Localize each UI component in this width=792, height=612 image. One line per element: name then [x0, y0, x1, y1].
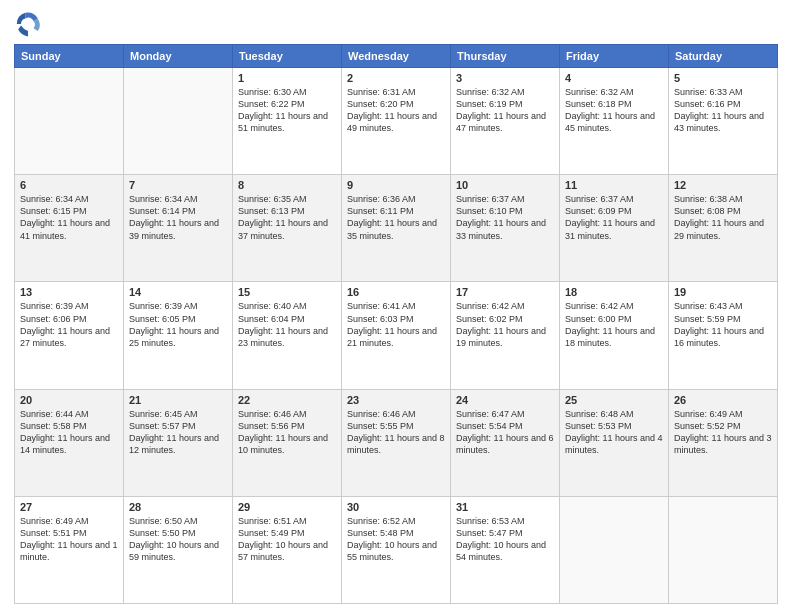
week-row-4: 20Sunrise: 6:44 AM Sunset: 5:58 PM Dayli… [15, 389, 778, 496]
day-info: Sunrise: 6:45 AM Sunset: 5:57 PM Dayligh… [129, 408, 227, 457]
weekday-header-monday: Monday [124, 45, 233, 68]
day-info: Sunrise: 6:40 AM Sunset: 6:04 PM Dayligh… [238, 300, 336, 349]
day-number: 9 [347, 179, 445, 191]
day-info: Sunrise: 6:51 AM Sunset: 5:49 PM Dayligh… [238, 515, 336, 564]
weekday-header-row: SundayMondayTuesdayWednesdayThursdayFrid… [15, 45, 778, 68]
day-number: 19 [674, 286, 772, 298]
calendar-cell: 14Sunrise: 6:39 AM Sunset: 6:05 PM Dayli… [124, 282, 233, 389]
day-number: 21 [129, 394, 227, 406]
day-number: 20 [20, 394, 118, 406]
day-info: Sunrise: 6:42 AM Sunset: 6:02 PM Dayligh… [456, 300, 554, 349]
day-number: 27 [20, 501, 118, 513]
day-number: 2 [347, 72, 445, 84]
day-number: 12 [674, 179, 772, 191]
day-number: 8 [238, 179, 336, 191]
calendar-cell: 20Sunrise: 6:44 AM Sunset: 5:58 PM Dayli… [15, 389, 124, 496]
calendar-cell: 17Sunrise: 6:42 AM Sunset: 6:02 PM Dayli… [451, 282, 560, 389]
day-number: 6 [20, 179, 118, 191]
day-info: Sunrise: 6:31 AM Sunset: 6:20 PM Dayligh… [347, 86, 445, 135]
day-number: 25 [565, 394, 663, 406]
day-info: Sunrise: 6:36 AM Sunset: 6:11 PM Dayligh… [347, 193, 445, 242]
day-info: Sunrise: 6:37 AM Sunset: 6:10 PM Dayligh… [456, 193, 554, 242]
calendar-cell: 29Sunrise: 6:51 AM Sunset: 5:49 PM Dayli… [233, 496, 342, 603]
day-info: Sunrise: 6:52 AM Sunset: 5:48 PM Dayligh… [347, 515, 445, 564]
day-info: Sunrise: 6:34 AM Sunset: 6:14 PM Dayligh… [129, 193, 227, 242]
calendar-cell [669, 496, 778, 603]
day-number: 10 [456, 179, 554, 191]
day-number: 5 [674, 72, 772, 84]
calendar-cell: 23Sunrise: 6:46 AM Sunset: 5:55 PM Dayli… [342, 389, 451, 496]
day-number: 23 [347, 394, 445, 406]
header [14, 10, 778, 38]
calendar-cell [560, 496, 669, 603]
calendar: SundayMondayTuesdayWednesdayThursdayFrid… [14, 44, 778, 604]
weekday-header-saturday: Saturday [669, 45, 778, 68]
day-number: 26 [674, 394, 772, 406]
day-number: 29 [238, 501, 336, 513]
calendar-cell: 5Sunrise: 6:33 AM Sunset: 6:16 PM Daylig… [669, 68, 778, 175]
day-number: 4 [565, 72, 663, 84]
calendar-cell [15, 68, 124, 175]
day-info: Sunrise: 6:33 AM Sunset: 6:16 PM Dayligh… [674, 86, 772, 135]
day-info: Sunrise: 6:46 AM Sunset: 5:56 PM Dayligh… [238, 408, 336, 457]
day-number: 14 [129, 286, 227, 298]
calendar-cell: 27Sunrise: 6:49 AM Sunset: 5:51 PM Dayli… [15, 496, 124, 603]
calendar-cell: 8Sunrise: 6:35 AM Sunset: 6:13 PM Daylig… [233, 175, 342, 282]
weekday-header-wednesday: Wednesday [342, 45, 451, 68]
calendar-cell: 4Sunrise: 6:32 AM Sunset: 6:18 PM Daylig… [560, 68, 669, 175]
day-info: Sunrise: 6:35 AM Sunset: 6:13 PM Dayligh… [238, 193, 336, 242]
calendar-cell: 21Sunrise: 6:45 AM Sunset: 5:57 PM Dayli… [124, 389, 233, 496]
calendar-cell: 26Sunrise: 6:49 AM Sunset: 5:52 PM Dayli… [669, 389, 778, 496]
day-number: 31 [456, 501, 554, 513]
calendar-cell: 7Sunrise: 6:34 AM Sunset: 6:14 PM Daylig… [124, 175, 233, 282]
calendar-cell: 10Sunrise: 6:37 AM Sunset: 6:10 PM Dayli… [451, 175, 560, 282]
day-info: Sunrise: 6:42 AM Sunset: 6:00 PM Dayligh… [565, 300, 663, 349]
day-info: Sunrise: 6:38 AM Sunset: 6:08 PM Dayligh… [674, 193, 772, 242]
calendar-cell: 30Sunrise: 6:52 AM Sunset: 5:48 PM Dayli… [342, 496, 451, 603]
day-info: Sunrise: 6:39 AM Sunset: 6:06 PM Dayligh… [20, 300, 118, 349]
calendar-cell: 6Sunrise: 6:34 AM Sunset: 6:15 PM Daylig… [15, 175, 124, 282]
logo [14, 10, 46, 38]
weekday-header-thursday: Thursday [451, 45, 560, 68]
day-info: Sunrise: 6:30 AM Sunset: 6:22 PM Dayligh… [238, 86, 336, 135]
day-number: 7 [129, 179, 227, 191]
day-number: 13 [20, 286, 118, 298]
day-number: 18 [565, 286, 663, 298]
calendar-cell: 16Sunrise: 6:41 AM Sunset: 6:03 PM Dayli… [342, 282, 451, 389]
day-info: Sunrise: 6:34 AM Sunset: 6:15 PM Dayligh… [20, 193, 118, 242]
calendar-cell: 19Sunrise: 6:43 AM Sunset: 5:59 PM Dayli… [669, 282, 778, 389]
calendar-cell: 22Sunrise: 6:46 AM Sunset: 5:56 PM Dayli… [233, 389, 342, 496]
day-number: 22 [238, 394, 336, 406]
calendar-cell: 18Sunrise: 6:42 AM Sunset: 6:00 PM Dayli… [560, 282, 669, 389]
day-number: 24 [456, 394, 554, 406]
calendar-cell: 3Sunrise: 6:32 AM Sunset: 6:19 PM Daylig… [451, 68, 560, 175]
week-row-3: 13Sunrise: 6:39 AM Sunset: 6:06 PM Dayli… [15, 282, 778, 389]
day-number: 30 [347, 501, 445, 513]
calendar-cell: 24Sunrise: 6:47 AM Sunset: 5:54 PM Dayli… [451, 389, 560, 496]
day-info: Sunrise: 6:47 AM Sunset: 5:54 PM Dayligh… [456, 408, 554, 457]
week-row-2: 6Sunrise: 6:34 AM Sunset: 6:15 PM Daylig… [15, 175, 778, 282]
day-info: Sunrise: 6:49 AM Sunset: 5:51 PM Dayligh… [20, 515, 118, 564]
week-row-5: 27Sunrise: 6:49 AM Sunset: 5:51 PM Dayli… [15, 496, 778, 603]
calendar-cell: 28Sunrise: 6:50 AM Sunset: 5:50 PM Dayli… [124, 496, 233, 603]
calendar-cell: 11Sunrise: 6:37 AM Sunset: 6:09 PM Dayli… [560, 175, 669, 282]
calendar-cell [124, 68, 233, 175]
day-number: 15 [238, 286, 336, 298]
day-info: Sunrise: 6:44 AM Sunset: 5:58 PM Dayligh… [20, 408, 118, 457]
weekday-header-tuesday: Tuesday [233, 45, 342, 68]
day-number: 3 [456, 72, 554, 84]
day-info: Sunrise: 6:46 AM Sunset: 5:55 PM Dayligh… [347, 408, 445, 457]
calendar-cell: 31Sunrise: 6:53 AM Sunset: 5:47 PM Dayli… [451, 496, 560, 603]
day-number: 11 [565, 179, 663, 191]
day-info: Sunrise: 6:32 AM Sunset: 6:19 PM Dayligh… [456, 86, 554, 135]
day-number: 17 [456, 286, 554, 298]
day-info: Sunrise: 6:53 AM Sunset: 5:47 PM Dayligh… [456, 515, 554, 564]
day-info: Sunrise: 6:39 AM Sunset: 6:05 PM Dayligh… [129, 300, 227, 349]
calendar-cell: 15Sunrise: 6:40 AM Sunset: 6:04 PM Dayli… [233, 282, 342, 389]
day-info: Sunrise: 6:50 AM Sunset: 5:50 PM Dayligh… [129, 515, 227, 564]
day-info: Sunrise: 6:37 AM Sunset: 6:09 PM Dayligh… [565, 193, 663, 242]
calendar-cell: 13Sunrise: 6:39 AM Sunset: 6:06 PM Dayli… [15, 282, 124, 389]
calendar-cell: 9Sunrise: 6:36 AM Sunset: 6:11 PM Daylig… [342, 175, 451, 282]
calendar-cell: 2Sunrise: 6:31 AM Sunset: 6:20 PM Daylig… [342, 68, 451, 175]
weekday-header-friday: Friday [560, 45, 669, 68]
